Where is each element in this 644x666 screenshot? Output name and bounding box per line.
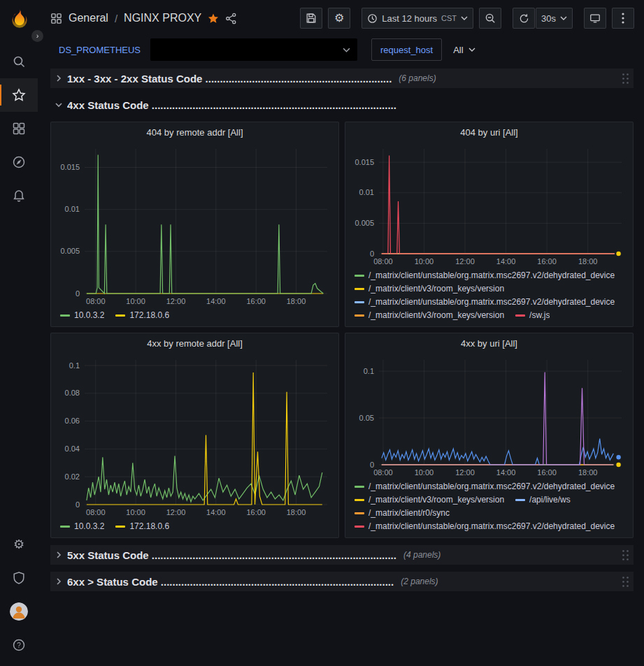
dashboards-grid-icon: [12, 122, 26, 136]
svg-text:16:00: 16:00: [537, 257, 557, 266]
row-title: 1xx - 3xx - 2xx Status Code ............…: [67, 73, 392, 85]
sidebar-item-search[interactable]: [0, 45, 38, 78]
svg-text:0: 0: [76, 289, 80, 298]
gear-icon: ⚙: [13, 538, 24, 551]
panel-title[interactable]: 404 by uri [All]: [345, 122, 633, 142]
chart-404-by-uri[interactable]: 00.0050.010.01508:0010:0012:0014:0016:00…: [345, 142, 633, 268]
svg-text:08:00: 08:00: [373, 257, 393, 266]
sidebar-item-dashboards[interactable]: [0, 112, 38, 145]
tv-mode-button[interactable]: [584, 8, 606, 29]
search-icon: [12, 55, 26, 68]
svg-text:18:00: 18:00: [287, 297, 306, 305]
svg-text:0.015: 0.015: [60, 163, 80, 171]
legend-item[interactable]: /_matrix/client/v3/room_keys/version: [355, 310, 504, 320]
sidebar-item-alerting[interactable]: [0, 179, 38, 212]
request-host-variable-label[interactable]: request_host: [371, 38, 442, 61]
panel-title[interactable]: 4xx by remote addr [All]: [51, 333, 338, 353]
panel-4xx-by-remote-addr: 4xx by remote addr [All] 00.020.040.060.…: [50, 333, 339, 538]
svg-text:14:00: 14:00: [206, 508, 226, 516]
legend-item[interactable]: /_matrix/client/unstable/org.matrix.msc2…: [355, 297, 615, 307]
chevron-down-icon: [461, 16, 468, 20]
chevron-right-icon: [55, 74, 63, 82]
svg-text:16:00: 16:00: [246, 508, 266, 516]
breadcrumb-separator: /: [115, 13, 117, 24]
legend-item[interactable]: /_matrix/client/r0/sync: [355, 508, 450, 518]
sidebar-item-server-admin[interactable]: [0, 561, 38, 595]
svg-text:0.1: 0.1: [364, 367, 374, 375]
legend-item[interactable]: /_matrix/client/v3/room_keys/version: [355, 495, 504, 505]
panel-legend: /_matrix/client/unstable/org.matrix.msc2…: [345, 268, 633, 326]
svg-text:0.04: 0.04: [65, 444, 80, 453]
svg-text:10:00: 10:00: [415, 468, 434, 477]
panel-title[interactable]: 404 by remote addr [All]: [51, 122, 338, 142]
svg-text:10:00: 10:00: [126, 508, 145, 516]
svg-text:0: 0: [370, 249, 374, 258]
svg-text:0.005: 0.005: [60, 247, 80, 255]
row-drag-handle[interactable]: [622, 549, 629, 561]
row-header-4xx[interactable]: 4xx Status Code ........................…: [50, 95, 634, 115]
svg-text:0.015: 0.015: [355, 158, 374, 166]
dashboard-settings-button[interactable]: ⚙: [328, 8, 350, 29]
datasource-select[interactable]: [150, 38, 357, 61]
shield-icon: [12, 571, 26, 585]
panel-4xx-by-uri: 4xx by uri [All] 00.050.108:0010:0012:00…: [345, 333, 634, 538]
chart-4xx-by-remote-addr[interactable]: 00.020.040.060.080.108:0010:0012:0014:00…: [51, 353, 338, 519]
svg-text:0: 0: [76, 500, 80, 509]
sidebar-item-explore[interactable]: [0, 145, 38, 179]
legend-item[interactable]: 172.18.0.6: [115, 521, 169, 531]
row-header-1xx-3xx-2xx[interactable]: 1xx - 3xx - 2xx Status Code ............…: [50, 68, 634, 88]
svg-text:0.01: 0.01: [65, 205, 80, 213]
chart-4xx-by-uri[interactable]: 00.050.108:0010:0012:0014:0016:0018:00: [345, 353, 633, 479]
apps-grid-icon[interactable]: [50, 13, 62, 24]
svg-text:0.08: 0.08: [65, 389, 80, 397]
row-header-6xx[interactable]: 6xx > Status Code ......................…: [50, 572, 634, 591]
svg-text:0.05: 0.05: [359, 414, 374, 422]
svg-text:14:00: 14:00: [206, 297, 226, 305]
time-range-picker[interactable]: Last 12 hours CST: [362, 8, 473, 29]
refresh-interval-dropdown[interactable]: 30s: [536, 8, 573, 29]
row-panel-count: (4 panels): [403, 550, 441, 560]
sidebar-item-configuration[interactable]: ⚙: [0, 528, 38, 561]
kebab-menu-button[interactable]: [612, 8, 634, 29]
sidebar-expand-button[interactable]: ›: [31, 30, 43, 42]
panel-legend: 10.0.3.2172.18.0.6: [51, 519, 338, 537]
breadcrumb-folder[interactable]: General: [69, 12, 108, 24]
sidebar-item-starred[interactable]: [0, 78, 38, 112]
panel-title[interactable]: 4xx by uri [All]: [345, 333, 633, 353]
refresh-button[interactable]: [513, 8, 535, 29]
svg-text:0: 0: [370, 461, 374, 469]
sidebar-item-help[interactable]: ?: [0, 628, 38, 662]
save-dashboard-button[interactable]: [300, 8, 322, 29]
legend-item[interactable]: /_matrix/client/unstable/org.matrix.msc2…: [355, 482, 615, 491]
legend-item[interactable]: 10.0.3.2: [60, 521, 104, 531]
legend-item[interactable]: /_matrix/client/v3/room_keys/version: [355, 284, 504, 294]
favorite-star-icon[interactable]: [208, 13, 219, 24]
svg-text:10:00: 10:00: [415, 257, 434, 266]
legend-item[interactable]: /_matrix/client/unstable/org.matrix.msc2…: [355, 521, 615, 531]
row-header-5xx[interactable]: 5xx Status Code ........................…: [50, 545, 634, 565]
legend-item[interactable]: 172.18.0.6: [115, 310, 169, 320]
variables-bar: DS_PROMETHEUS request_host All: [38, 36, 644, 63]
legend-item[interactable]: /sw.js: [515, 310, 550, 320]
chart-404-by-remote-addr[interactable]: 00.0050.010.01508:0010:0012:0014:0016:00…: [51, 142, 338, 307]
legend-item[interactable]: /api/live/ws: [515, 495, 571, 505]
compass-icon: [12, 155, 26, 169]
svg-text:10:00: 10:00: [126, 297, 145, 305]
row-title: 5xx Status Code ........................…: [67, 549, 396, 561]
datasource-variable-label[interactable]: DS_PROMETHEUS: [55, 45, 145, 55]
dashboard-header: General / NGINX PROXY ⚙: [38, 0, 644, 36]
svg-text:18:00: 18:00: [578, 468, 598, 477]
grafana-logo[interactable]: [8, 8, 29, 31]
chevron-down-icon: [55, 101, 63, 109]
zoom-out-button[interactable]: [479, 8, 501, 29]
legend-item[interactable]: /_matrix/client/unstable/org.matrix.msc2…: [355, 270, 615, 280]
refresh-interval-value: 30s: [541, 13, 556, 24]
row-drag-handle[interactable]: [622, 73, 629, 85]
row-drag-handle[interactable]: [622, 576, 629, 588]
share-icon[interactable]: [225, 13, 237, 24]
panel-legend: /_matrix/client/unstable/org.matrix.msc2…: [345, 479, 633, 537]
sidebar-item-profile[interactable]: [0, 595, 38, 628]
request-host-select[interactable]: All: [446, 45, 482, 55]
legend-item[interactable]: 10.0.3.2: [60, 310, 104, 320]
chevron-down-icon: [468, 48, 475, 52]
